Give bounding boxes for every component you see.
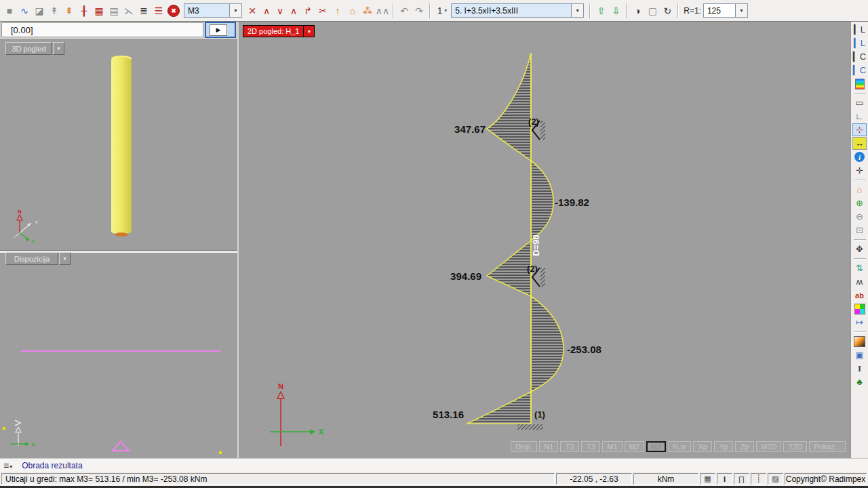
play-button[interactable]: ▶ [210,24,227,36]
beam-results-global2-icon[interactable]: ▎C [852,64,867,77]
left-panel-column: [0.00] ▶ 3D pogled ▼ N Y X Dispozicija ▼ [0,22,239,458]
node-label: (2) [528,117,539,127]
cursor-style-icon[interactable]: I [717,473,732,485]
axis-x-label: X [31,239,35,245]
grid-toggle-icon[interactable]: ▦ [700,473,715,485]
chevron-down-icon[interactable]: ▼ [571,4,583,17]
result-button-prikaz[interactable]: Prikaz... [809,441,846,452]
scale-label: R=1: [684,6,701,16]
units-indicator: kNm [633,473,698,485]
import-icon[interactable]: ⇧ [594,4,608,18]
copyright-label: Copyright© Radimpex [785,473,867,485]
copy-format-icon[interactable]: ↱ [301,4,315,18]
zoom-window-icon[interactable]: ⊡ [852,224,867,237]
view-3d-icon[interactable]: ▣ [852,348,867,361]
result-button-m2[interactable]: M2 [625,441,644,452]
truss-icon[interactable]: ∿ [18,4,31,18]
beam-results-global-icon[interactable]: ▎C [852,50,867,63]
undo-icon[interactable]: ↶ [397,4,411,18]
result-button-xp[interactable]: Xp [693,441,712,452]
combinations-list-icon[interactable]: ☰ [152,4,165,18]
select-window-icon[interactable]: ▭ [852,96,867,109]
export-icon[interactable]: ⇩ [609,4,623,18]
result-button-m3[interactable]: M3 [646,441,666,452]
dispozicija-dropdown-button[interactable]: ▼ [59,252,71,265]
result-table-icon[interactable]: ≣ [137,4,151,18]
scissors-icon[interactable]: ✂ [316,4,330,18]
peak-up-icon[interactable]: ∧ [260,4,273,18]
foundation-plan-icon[interactable]: ▦ [92,4,106,18]
move-origin-icon[interactable]: ✛ [852,164,867,177]
load-combination-combo[interactable]: 5. I+3.5xII+3.5xIII ▼ [451,3,584,18]
zoom-extents-icon[interactable]: ⌂ [852,183,867,196]
result-button-t2[interactable]: T2 [560,441,579,452]
polyline-results-icon[interactable]: ʍ [852,275,867,288]
result-button-zp[interactable]: Zp [735,441,754,452]
beam-results-local2-icon[interactable]: ▎L [852,37,867,49]
results-scale-icon[interactable] [852,77,867,90]
view3d-dropdown-button[interactable]: ▼ [53,42,64,55]
info-icon[interactable]: i [852,150,867,163]
result-type-combo[interactable]: M3 ▼ [184,3,242,18]
view3d-selector-button[interactable]: 3D pogled [5,42,52,55]
layers-icon[interactable]: ■ [3,4,16,18]
result-button-m2d[interactable]: M2D [756,441,781,452]
envelope-min-icon[interactable]: ∨ [274,4,286,18]
steel-section-icon[interactable]: I [852,362,867,375]
dimension-line-icon[interactable]: ↔ [852,137,867,150]
tower-mast-icon[interactable]: ↟ [47,4,61,18]
result-type-value: M3 [184,6,229,16]
result-button-t3[interactable]: T3 [581,441,600,452]
chevron-down-icon[interactable]: ▼ [229,4,241,17]
beam-results-local-icon[interactable]: ▎L [852,23,867,36]
scale-combo[interactable]: 125 ▼ [703,3,748,18]
result-button-t2d[interactable]: T2D [783,441,807,452]
axis-x-label: X [31,441,35,448]
leader-toggle-icon[interactable]: ┊ [751,473,766,485]
text-attributes-icon[interactable]: ab [852,289,867,302]
marquee-select-icon[interactable]: ▢ [646,4,659,18]
dispozicija-selector-button[interactable]: Dispozicija [5,252,58,265]
snap-grid-icon[interactable]: ⊹ [852,123,867,136]
renumber-icon[interactable]: ⇅ [852,262,867,274]
home-level-icon[interactable]: ⌂ [346,4,359,18]
render-icon[interactable] [852,335,867,348]
result-button-n1[interactable]: N1 [539,441,558,452]
envelope-icon[interactable]: ∧∧ [376,4,389,18]
slope-icon[interactable]: ◪ [33,4,46,18]
result-button-disp[interactable]: Disp. [511,441,537,452]
wall-section-icon[interactable]: ▤ [107,4,121,18]
moment-lobe-4 [531,296,564,392]
result-button-yp[interactable]: Yp [714,441,733,452]
dimension-style-icon[interactable]: ↦ [852,316,867,329]
hatch-toggle-icon[interactable]: ▨ [768,473,783,485]
angle-measure-icon[interactable]: ∟ [852,110,867,123]
envelope-max-icon[interactable]: ∧ [288,4,300,18]
node-label: (1) [534,409,545,420]
materials-icon[interactable]: ♣ [852,375,867,388]
stop-icon[interactable]: ✖ [167,5,180,17]
moment-lobe-5 [467,392,531,424]
result-button-m1[interactable]: M1 [602,441,622,452]
zoom-in-icon[interactable]: ⊕ [852,197,867,209]
step-caret-icon[interactable]: ▾ [444,7,447,14]
layer-colors-icon[interactable] [852,302,867,315]
pan-icon[interactable]: ✥ [852,243,867,256]
diagonal-member-icon[interactable]: ⋋ [122,4,136,18]
redo-icon[interactable]: ↷ [412,4,426,18]
raise-level-icon[interactable]: ↑ [331,4,344,18]
axis-y-label: Y [35,220,39,226]
output-menu-caret-icon[interactable]: ▾ [9,464,12,470]
section-toggle-icon[interactable]: ∏ [734,473,749,485]
result-button-nsr[interactable]: N,sr [668,441,691,452]
multi-level-icon[interactable]: ⁂ [361,4,374,18]
output-menu-icon[interactable]: ≡ [3,460,9,471]
tower-app-window: ■ ∿ ◪ ↟ ⇞ ╂ ▦ ▤ ⋋ ≣ ☰ ✖ M3 ▼ ✕ ∧ ∨ ∧ ↱ ✂… [0,0,868,488]
section-forces-icon[interactable]: ╂ [77,4,91,18]
chevron-down-icon[interactable]: ▼ [735,4,747,17]
contrast-icon[interactable]: ◑ [631,4,644,18]
zoom-out-icon[interactable]: ⊖ [852,210,867,223]
slab-load-icon[interactable]: ⇞ [62,4,76,18]
orbit-view-icon[interactable]: ↻ [660,4,674,18]
clear-diagram-icon[interactable]: ✕ [245,4,259,18]
